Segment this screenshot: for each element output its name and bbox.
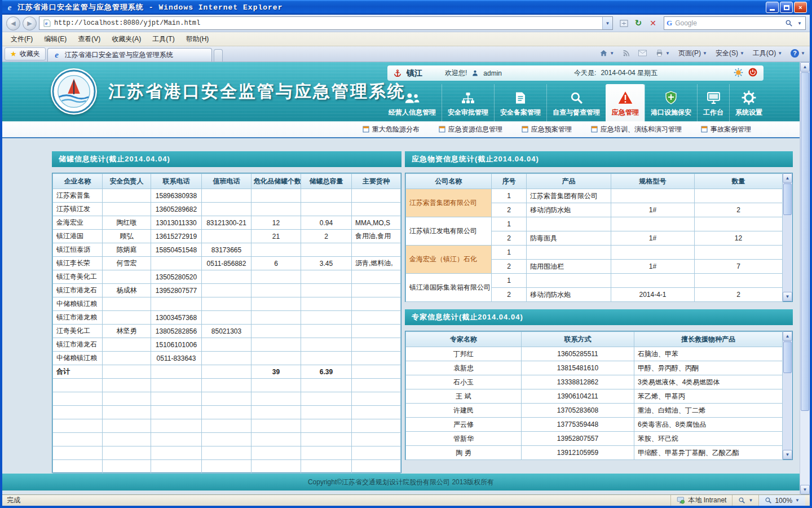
search-placeholder: Google	[675, 19, 782, 27]
address-bar: ◀ ▶ e http://localhost:8080/yjpt/Main.ht…	[2, 15, 810, 32]
menu-favorites[interactable]: 收藏夹(A)	[107, 33, 146, 46]
subnav-training[interactable]: 应急培训、演练和演习管理	[591, 125, 682, 134]
security-zone[interactable]: 本地 Intranet	[670, 495, 732, 506]
minimize-button[interactable]	[766, 2, 779, 13]
status-text: 完成	[7, 496, 20, 505]
main-content: 储罐信息统计(截止2014.04.04) 企业名称安全负责人 联系电话值班电话 …	[2, 138, 800, 474]
subnav-hazard-distribution[interactable]: 重大危险源分布	[363, 125, 420, 134]
magnifier-icon	[738, 497, 745, 504]
title-bar: e 江苏省港口安全监管与应急管理系统 - Windows Internet Ex…	[2, 0, 810, 15]
table-row: 许建民13705283608重油、白蜡油、丁二烯	[406, 404, 783, 418]
help-button[interactable]: ?▼	[788, 48, 807, 59]
window-title: 江苏省港口安全监管与应急管理系统 - Windows Internet Expl…	[17, 2, 762, 12]
nav-settings[interactable]: 系统设置	[729, 84, 768, 121]
table-row	[53, 406, 401, 419]
refresh-button[interactable]: ↻	[632, 16, 645, 30]
scroll-thumb[interactable]	[801, 72, 809, 411]
window-icon	[522, 126, 528, 133]
table-row: 镇江港国顾弘13615272919212食用油,食用	[53, 230, 401, 243]
scroll-up-icon[interactable]: ▲	[783, 331, 792, 341]
nav-inspection[interactable]: 自查与督查管理	[546, 84, 606, 121]
back-button[interactable]: ◀	[6, 16, 20, 30]
safety-menu-button[interactable]: 安全(S)▼	[713, 47, 747, 59]
nav-emergency[interactable]: 应急管理	[606, 84, 645, 121]
menu-help[interactable]: 帮助(H)	[181, 33, 214, 46]
address-input[interactable]: e http://localhost:8080/yjpt/Main.html ▼	[39, 16, 613, 30]
table-row: 江苏索普集团有限公司1江苏索普集团有限公司	[406, 189, 783, 203]
table-row: 管新华13952807557苯胺、环己烷	[406, 432, 783, 446]
menu-tools[interactable]: 工具(T)	[147, 33, 179, 46]
tank-table: 企业名称安全负责人 联系电话值班电话 危化品储罐个数储罐总容量 主要货种 江苏索…	[52, 173, 401, 474]
table-row: 王 斌13906104211苯乙烯、甲基丙	[406, 389, 783, 404]
nav-workbench[interactable]: 工作台	[697, 84, 729, 121]
mail-button[interactable]	[636, 49, 649, 58]
subnav-resource-info[interactable]: 应急资源信息管理	[439, 125, 502, 134]
menu-bar: 文件(F) 编辑(E) 查看(V) 收藏夹(A) 工具(T) 帮助(H)	[2, 32, 810, 46]
table-row: 金海宏业（镇江）石化1	[406, 246, 783, 260]
print-button[interactable]: ▼	[653, 48, 672, 58]
search-icon[interactable]	[784, 19, 793, 28]
scroll-thumb[interactable]	[783, 183, 792, 215]
scroll-down-icon[interactable]: ▼	[800, 485, 810, 494]
scroll-up-icon[interactable]: ▲	[800, 62, 810, 72]
table-row: 镇江奇美化工13505280520	[53, 270, 401, 284]
nav-safety-record[interactable]: 安全备案管理	[494, 84, 546, 121]
scroll-down-icon[interactable]: ▼	[783, 292, 792, 301]
new-tab-button[interactable]	[214, 49, 223, 62]
logout-icon[interactable]	[748, 67, 758, 79]
window-icon	[591, 126, 598, 133]
svg-text:e: e	[45, 21, 48, 26]
table-row	[53, 419, 401, 433]
scroll-up-icon[interactable]: ▲	[783, 173, 792, 183]
zoom-control[interactable]: 100% ▼	[758, 495, 805, 506]
tab-bar: ★ 收藏夹 e 江苏省港口安全监管与应急管理系统 ▼ ▼ 页面(P)▼ 安全(S…	[2, 46, 810, 62]
magnifier-icon	[570, 89, 584, 105]
page-menu-button[interactable]: 页面(P)▼	[676, 47, 709, 59]
window-icon	[701, 126, 708, 133]
search-input[interactable]: G Google ▼	[664, 16, 806, 30]
close-button[interactable]: ×	[794, 2, 807, 13]
search-dropdown-icon[interactable]: ▼	[796, 21, 803, 26]
theme-icon[interactable]	[734, 68, 743, 79]
url-text: http://localhost:8080/yjpt/Main.html	[54, 19, 599, 27]
table-row: 镇江市港龙石15106101006	[53, 338, 401, 352]
table-row: 江奇美化工林坚勇1380528285685021303	[53, 325, 401, 338]
main-nav: 经营人信息管理 安全审批管理 安全备案管理	[383, 84, 768, 121]
feeds-button[interactable]	[620, 49, 632, 58]
active-tab[interactable]: e 江苏省港口安全监管与应急管理系统	[47, 48, 212, 62]
maximize-button[interactable]	[780, 2, 793, 13]
tools-menu-button[interactable]: 工具(O)▼	[751, 47, 784, 59]
zoom-icon	[765, 497, 772, 504]
menu-file[interactable]: 文件(F)	[6, 33, 38, 46]
subnav-case-mgmt[interactable]: 事故案例管理	[701, 125, 751, 134]
scroll-thumb[interactable]	[783, 341, 792, 373]
table-row: 江苏镇江发电有限公司1	[406, 217, 783, 231]
menu-edit[interactable]: 编辑(E)	[39, 33, 72, 46]
experts-panel: 专家信息统计(截止2014.04.04) 专家名称联系方式 擅长救援物种产品 丁…	[405, 309, 793, 460]
page-scrollbar[interactable]: ▲ ▼	[800, 62, 810, 494]
zoom-page-button[interactable]: ▼	[732, 495, 758, 506]
table-row: 石小玉133388128623类易燃液体、4类易燃固体	[406, 375, 783, 389]
subnav-plan-mgmt[interactable]: 应急预案管理	[522, 125, 572, 134]
table-row	[53, 446, 401, 460]
favorites-button[interactable]: ★ 收藏夹	[5, 47, 46, 60]
experts-scrollbar[interactable]: ▲ ▼	[783, 331, 792, 459]
compatibility-view-button[interactable]	[617, 16, 630, 30]
username: admin	[483, 69, 502, 77]
scroll-down-icon[interactable]: ▼	[783, 450, 792, 459]
menu-view[interactable]: 查看(V)	[73, 33, 105, 46]
nav-operator-info[interactable]: 经营人信息管理	[383, 84, 442, 121]
stop-button[interactable]: ✕	[646, 16, 660, 30]
city-label: 镇江	[407, 68, 422, 78]
browser-window: e 江苏省港口安全监管与应急管理系统 - Windows Internet Ex…	[0, 0, 812, 508]
table-row: 镇江恒泰沥陈炳庭1585045154883173665	[53, 243, 401, 257]
nav-safety-approval[interactable]: 安全审批管理	[442, 84, 494, 121]
web-page: 江苏省港口安全监管与应急管理系统 镇江 欢迎您! admin 今天是: 2014…	[2, 62, 800, 494]
table-row: 丁邦红13605285511石脑油、甲苯	[406, 347, 783, 361]
home-button[interactable]: ▼	[597, 48, 616, 58]
url-dropdown-icon[interactable]: ▼	[602, 17, 612, 29]
nav-port-security[interactable]: 港口设施保安	[645, 84, 697, 121]
supplies-scrollbar[interactable]: ▲ ▼	[783, 173, 792, 301]
forward-button[interactable]: ▶	[23, 16, 37, 30]
app-header: 江苏省港口安全监管与应急管理系统 镇江 欢迎您! admin 今天是: 2014…	[2, 62, 800, 121]
